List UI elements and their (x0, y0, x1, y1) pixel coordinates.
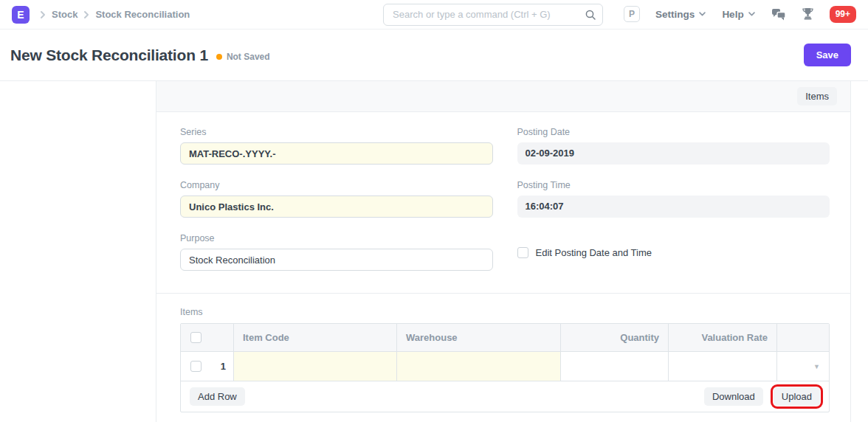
page-body: Items Series Posting Date 02-09-2019 Com… (0, 81, 868, 422)
chevron-right-icon (37, 9, 49, 21)
series-input[interactable] (180, 142, 493, 165)
posting-time-value: 16:04:07 (517, 196, 830, 218)
purpose-select[interactable] (180, 249, 493, 271)
posting-time-field: Posting Time 16:04:07 (517, 180, 830, 218)
upload-button[interactable]: Upload (774, 387, 820, 406)
avatar-initial: P (629, 9, 635, 19)
company-label: Company (180, 180, 493, 190)
dropdown-caret-icon[interactable]: ▼ (813, 363, 820, 370)
chat-icon[interactable] (771, 8, 786, 21)
breadcrumb-stock[interactable]: Stock (52, 9, 78, 20)
edit-posting-datetime-field: Edit Posting Date and Time (517, 233, 830, 271)
company-field: Company (180, 180, 493, 218)
search-icon (585, 9, 596, 23)
app-logo[interactable]: E (12, 6, 30, 24)
notifications-badge[interactable]: 99+ (830, 6, 856, 22)
status-badge: Not Saved (227, 52, 270, 62)
not-saved-dot-icon (216, 54, 222, 60)
series-label: Series (180, 127, 493, 137)
col-warehouse: Warehouse (397, 324, 561, 351)
form-fields: Series Posting Date 02-09-2019 Company P… (156, 112, 850, 294)
navbar: E Stock Stock Reconciliation P Settings … (0, 0, 868, 30)
items-grid-footer: Add Row Download Upload (181, 381, 829, 412)
breadcrumb: Stock Stock Reconciliation (37, 9, 190, 21)
chevron-down-icon (698, 9, 706, 20)
search-input[interactable] (383, 4, 603, 26)
settings-label: Settings (655, 9, 695, 20)
col-item-code: Item Code (234, 324, 397, 351)
add-row-button[interactable]: Add Row (190, 387, 245, 406)
items-grid: Item Code Warehouse Quantity Valuation R… (180, 323, 830, 412)
valuation-rate-cell[interactable] (669, 352, 777, 381)
col-actions (777, 324, 829, 351)
form-section-nav: Items (156, 81, 850, 112)
select-all-cell (181, 324, 234, 351)
item-code-cell[interactable] (234, 352, 397, 381)
items-section: Items Item Code Warehouse Quantity Valua… (156, 294, 850, 422)
col-quantity: Quantity (561, 324, 669, 351)
settings-menu[interactable]: Settings (655, 9, 706, 20)
series-field: Series (180, 127, 493, 165)
page-title: New Stock Reconciliation 1 (10, 46, 208, 64)
help-menu[interactable]: Help (722, 9, 755, 20)
posting-date-field: Posting Date 02-09-2019 (517, 127, 830, 165)
items-grid-header: Item Code Warehouse Quantity Valuation R… (181, 324, 829, 352)
global-search (383, 4, 603, 26)
items-section-label: Items (180, 307, 830, 317)
breadcrumb-stock-reconciliation[interactable]: Stock Reconciliation (95, 9, 190, 20)
download-button[interactable]: Download (704, 387, 763, 406)
row-checkbox[interactable] (190, 361, 202, 372)
select-all-checkbox[interactable] (190, 332, 202, 343)
items-section-button[interactable]: Items (797, 87, 837, 106)
col-valuation-rate: Valuation Rate (669, 324, 777, 351)
quantity-cell[interactable] (561, 352, 669, 381)
app-logo-letter: E (17, 9, 24, 21)
chevron-down-icon (748, 9, 756, 20)
form-card: Items Series Posting Date 02-09-2019 Com… (156, 81, 851, 422)
help-label: Help (722, 9, 743, 20)
navbar-right: P Settings Help (624, 6, 856, 22)
page-header: New Stock Reconciliation 1 Not Saved Sav… (0, 30, 868, 81)
save-button[interactable]: Save (804, 44, 851, 66)
chevron-right-icon (80, 9, 92, 21)
edit-posting-datetime-checkbox[interactable] (517, 247, 528, 258)
table-row: 1 ▼ (181, 352, 829, 381)
row-index: 1 (221, 361, 226, 372)
company-input[interactable] (180, 196, 493, 218)
user-avatar[interactable]: P (624, 6, 640, 22)
trophy-icon[interactable] (802, 7, 814, 21)
doc-status: Not Saved (216, 49, 270, 62)
row-select-cell: 1 (181, 352, 234, 381)
posting-date-label: Posting Date (517, 127, 830, 137)
purpose-field: Purpose (180, 233, 493, 271)
posting-date-value: 02-09-2019 (517, 142, 830, 165)
warehouse-cell[interactable] (397, 352, 561, 381)
edit-posting-datetime-label: Edit Posting Date and Time (536, 247, 652, 258)
row-expand-cell: ▼ (777, 352, 829, 381)
posting-time-label: Posting Time (517, 180, 830, 190)
purpose-label: Purpose (180, 233, 493, 243)
